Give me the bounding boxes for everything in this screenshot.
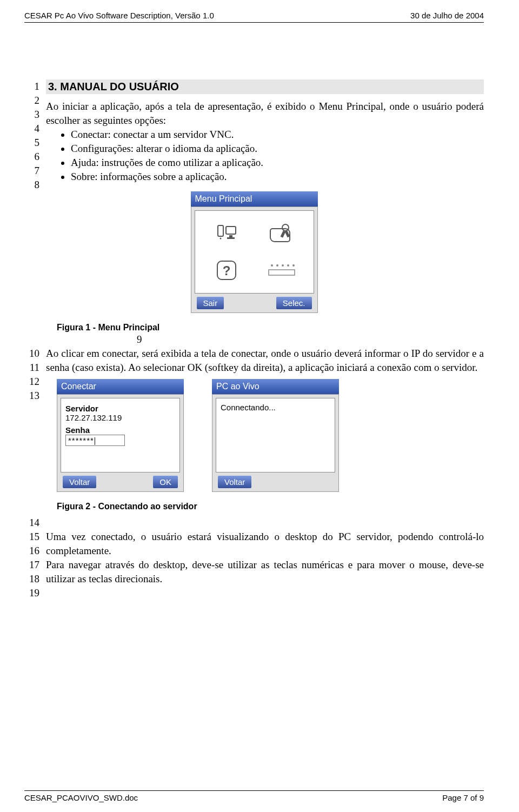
senha-label: Senha (65, 425, 175, 435)
footer-right: Page 7 of 9 (442, 793, 484, 802)
feature-bullets: Conectar: conectar a um servidor VNC. Co… (71, 128, 484, 184)
svg-rect-4 (227, 237, 235, 239)
servidor-value[interactable]: 172.27.132.119 (65, 413, 175, 422)
phone-title: Conectar (57, 379, 184, 394)
svg-text:?: ? (223, 263, 231, 278)
bullet-item: Configurações: alterar o idioma da aplic… (71, 142, 484, 156)
end-paragraph-1: Uma vez conectado, o usuário estará visu… (46, 530, 484, 558)
connect-icon (203, 218, 251, 249)
softkey-left[interactable]: Sair (197, 297, 224, 309)
bullet-item: Conectar: conectar a um servidor VNC. (71, 128, 484, 142)
svg-rect-3 (229, 235, 232, 237)
svg-point-5 (282, 224, 289, 231)
phone-title: PC ao Vivo (212, 379, 339, 394)
about-icon (257, 255, 306, 285)
bullet-item: Sobre: informações sobre a aplicação. (71, 170, 484, 184)
settings-icon (257, 218, 306, 249)
softkey-left[interactable]: Voltar (218, 476, 251, 488)
phone-title: Menu Principal (191, 191, 318, 207)
svg-rect-15 (269, 270, 295, 275)
header-right: 30 de Julho de 2004 (410, 11, 484, 20)
header-rule (24, 22, 484, 23)
svg-point-11 (276, 264, 278, 267)
figure-2-caption: Figura 2 - Conectando ao servidor (57, 502, 484, 511)
line-numbers-top: 1 2 3 4 5 6 7 8 (24, 79, 39, 192)
softkey-right[interactable]: Selec. (276, 297, 312, 309)
screenshot-conectar: Conectar Servidor 172.27.132.119 Senha *… (57, 379, 184, 492)
svg-point-10 (271, 264, 273, 267)
senha-input[interactable]: ******* (65, 435, 125, 446)
svg-point-13 (287, 264, 289, 267)
document-header: CESAR Pc Ao Vivo Software Description, V… (24, 11, 484, 22)
end-paragraph-2: Para navegar através do desktop, deve-se… (46, 558, 484, 586)
intro-paragraph: Ao iniciar a aplicação, após a tela de a… (46, 99, 484, 128)
svg-rect-0 (218, 225, 223, 236)
mid-paragraph: Ao clicar em conectar, será exibida a te… (46, 347, 484, 375)
section-heading: 3. MANUAL DO USUÁRIO (46, 79, 484, 94)
line-numbers-mid: 10 11 12 13 (24, 347, 39, 403)
softkey-right[interactable]: OK (153, 476, 178, 488)
bullet-item: Ajuda: instruções de como utilizar a apl… (71, 156, 484, 170)
svg-point-12 (282, 264, 284, 267)
softkey-left[interactable]: Voltar (63, 476, 96, 488)
svg-point-1 (220, 238, 222, 239)
header-left: CESAR Pc Ao Vivo Software Description, V… (24, 11, 214, 20)
servidor-label: Servidor (65, 404, 175, 413)
document-footer: CESAR_PCAOVIVO_SWD.doc Page 7 of 9 (24, 790, 484, 802)
screenshot-menu-principal: Menu Principal (191, 191, 318, 313)
line-numbers-end: 14 15 16 17 18 19 (24, 516, 39, 600)
screenshot-pc-ao-vivo: PC ao Vivo Connectando... Voltar (212, 379, 339, 492)
line-number-9: 9 (137, 332, 484, 347)
svg-rect-2 (226, 227, 236, 234)
connecting-text: Connectando... (221, 403, 330, 412)
svg-point-14 (292, 264, 295, 267)
figure-1-caption: Figura 1 - Menu Principal (57, 323, 484, 332)
help-icon: ? (203, 255, 251, 285)
footer-left: CESAR_PCAOVIVO_SWD.doc (24, 793, 138, 802)
